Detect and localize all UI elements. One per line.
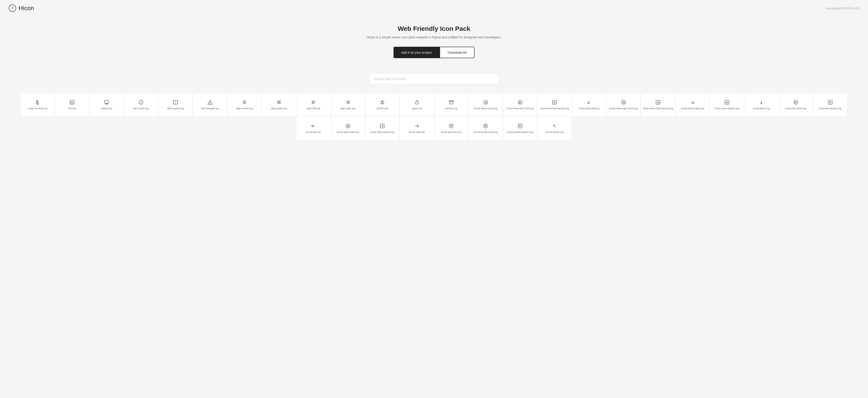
icon-card[interactable]: anchor.svg [365,93,400,117]
icon-card[interactable]: arrow-down.svg [744,93,779,117]
icon-name: arrow-down-left-square.svg [538,107,570,110]
icon-name: airplay.svg [99,107,114,110]
icon-symbol [173,100,178,105]
svg-line-44 [588,101,590,103]
icon-symbol [276,100,281,105]
icon-card[interactable]: archive.svg [434,93,468,117]
icon-card[interactable]: arrow-left-cricle.svg [779,93,813,117]
icon-card[interactable]: l-want-to-drink.svg [21,93,55,117]
icon-card[interactable]: arrow-up-circle.svg [434,117,468,140]
icon-symbol [552,123,557,129]
search-input[interactable] [369,73,499,84]
icon-name: arrow-right-square.svg [369,131,396,133]
svg-line-69 [554,125,556,127]
svg-point-2 [12,9,13,9]
hero-buttons: Add it on your project Download All [4,47,864,58]
icon-symbol [759,100,764,105]
icon-card[interactable]: align-left.svg [296,93,331,117]
icon-card[interactable]: arrow-up-left.svg [537,117,572,140]
icon-symbol [311,123,316,129]
icon-name: arrow-down.svg [751,107,772,110]
hero-section: Web Friendly Icon Pack Hicon is a simple… [0,17,868,73]
icon-symbol [448,100,454,105]
icon-card[interactable]: Xd XD.svg [55,93,89,117]
hero-title: Web Friendly Icon Pack [4,25,864,32]
icon-symbol [242,100,247,105]
icon-name: arrow-down-right-square.svg [641,107,675,110]
icon-card[interactable]: airplay.svg [89,93,124,117]
icon-symbol [448,123,454,129]
svg-point-33 [382,100,383,101]
add-to-project-button[interactable]: Add it on your project [394,47,440,58]
icon-card[interactable]: arrow-right-square.svg [365,117,400,140]
icon-name: arrow-down-right.svg [680,107,705,110]
icon-name: align-center.svg [234,107,254,110]
icon-name: arrow-up-left-cricle.svg [472,131,499,133]
icon-symbol [380,100,385,105]
icon-name: arrow-right.svg [407,131,427,133]
icon-symbol: Xd [69,100,75,105]
search-container [0,73,868,93]
icon-name: alert-square.svg [165,107,186,110]
icon-card[interactable]: arrow-up-left-square.svg [503,117,537,140]
icon-card[interactable]: align-right.svg [331,93,365,117]
icon-name: arrow-down-left-circle.svg [505,107,535,110]
icon-symbol [587,100,592,105]
icon-symbol [518,123,523,129]
icon-card[interactable]: arrow-down-cricle.svg [468,93,503,117]
version-info: Last update 09 2020 v1.0.6 [825,7,859,10]
icon-symbol [793,100,799,105]
svg-point-14 [176,103,176,103]
icon-symbol [724,100,730,105]
header: Hicon Last update 09 2020 v1.0.6 [0,0,868,17]
icon-card[interactable]: arrow-down-left-square.svg [537,93,572,117]
icon-card[interactable]: arrow-down-right-square.svg [641,93,675,117]
icon-card[interactable]: arrow-down-left.svg [572,93,606,117]
icon-symbol [138,100,144,105]
icon-name: l-want-to-drink.svg [26,107,49,110]
icon-card[interactable]: arrow-down-left-circle.svg [503,93,537,117]
icon-symbol [35,100,40,105]
icon-symbol [483,100,488,105]
svg-text:Xd: Xd [71,102,73,104]
icon-card[interactable]: arrow-left.svg [296,117,331,140]
icon-name: arrow-right-cricle.svg [335,131,361,133]
icon-card[interactable]: align-justify.svg [262,93,296,117]
icon-card[interactable]: arrow-right.svg [400,117,434,140]
icon-card[interactable]: arrow-up-left-cricle.svg [468,117,503,140]
icon-card[interactable]: alert-square.svg [158,93,193,117]
icon-symbol [104,100,109,105]
svg-line-49 [691,101,693,103]
icon-name: arrow-left-cricle.svg [784,107,808,110]
svg-rect-8 [104,100,109,103]
icon-symbol [518,100,523,105]
icon-name: alert-triangle.svg [199,107,220,110]
icon-card[interactable]: alert-circle.svg [124,93,158,117]
icon-card[interactable]: apple.svg [400,93,434,117]
icon-card[interactable]: arrow-left-square.svg [813,93,847,117]
icon-name: align-left.svg [305,107,322,110]
icon-symbol [621,100,626,105]
icon-symbol [414,123,420,129]
icon-name: align-justify.svg [269,107,289,110]
hicon-logo-icon [9,4,17,12]
icon-name: align-right.svg [339,107,357,110]
icon-card[interactable]: arrow-down-right-circle.svg [606,93,641,117]
icon-symbol [380,123,385,129]
icon-card[interactable]: arrow-down-square.svg [710,93,744,117]
icon-card[interactable]: alert-triangle.svg [193,93,227,117]
icon-name: arrow-left.svg [305,131,322,133]
icon-symbol [311,100,316,105]
icon-card[interactable]: arrow-right-cricle.svg [331,117,365,140]
icon-name: alert-circle.svg [132,107,151,110]
icon-name: arrow-left-square.svg [817,107,843,110]
download-all-button[interactable]: Download All [440,47,475,58]
icon-name: XD.svg [67,107,78,110]
icon-symbol [552,100,557,105]
icon-card[interactable]: arrow-down-right.svg [675,93,710,117]
icon-name: apple.svg [410,107,424,110]
icon-name: arrow-down-cricle.svg [472,107,499,110]
icon-symbol [483,123,488,129]
icon-card[interactable]: align-center.svg [227,93,262,117]
icon-symbol [345,123,350,129]
